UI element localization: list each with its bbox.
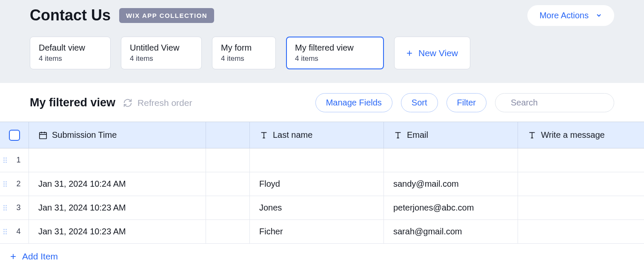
plus-icon: + [406,48,412,58]
cell-blank[interactable] [206,220,250,243]
more-actions-label: More Actions [539,11,589,20]
row-number: 2 [12,179,25,188]
data-table: Submission Time Last name Email Write a … [0,122,644,244]
search-input[interactable] [511,98,618,108]
tab-label: Default view [39,43,102,53]
cell-blank[interactable] [206,148,250,172]
more-actions-button[interactable]: More Actions [527,5,614,26]
sort-button[interactable]: Sort [401,93,438,112]
add-item-label: Add Item [22,251,58,262]
text-icon [393,131,403,140]
svg-rect-2 [40,132,47,139]
tab-my-form[interactable]: My form 4 items [212,37,276,69]
view-heading: My filtered view [30,96,115,109]
column-label: Submission Time [52,130,117,140]
calendar-icon [38,131,48,140]
refresh-icon [123,98,132,108]
drag-handle-icon [3,181,8,187]
tab-item-count: 4 items [221,54,267,63]
cell-last-name[interactable]: Ficher [250,220,384,243]
row-handle[interactable]: 2 [0,172,29,196]
filter-button[interactable]: Filter [447,93,487,112]
tab-item-count: 4 items [39,54,102,63]
text-icon [527,131,537,140]
row-handle[interactable]: 3 [0,196,29,219]
column-header-last-name[interactable]: Last name [250,122,384,148]
table-row[interactable]: 4 Jan 31, 2024 10:23 AM Ficher sarah@gma… [0,220,644,244]
select-all-checkbox[interactable] [9,130,20,141]
table-header-row: Submission Time Last name Email Write a … [0,122,644,148]
cell-message[interactable] [518,196,644,219]
cell-last-name[interactable]: Jones [250,196,384,219]
new-view-label: New View [418,48,458,58]
column-header-submission-time[interactable]: Submission Time [29,122,206,148]
cell-email[interactable]: sarah@gmail.com [384,220,518,243]
column-label: Last name [273,130,312,140]
plus-icon: + [10,251,16,262]
refresh-label: Refresh order [137,98,192,108]
collection-badge: WIX APP COLLECTION [119,8,214,23]
table-row[interactable]: 1 [0,148,644,172]
page-title: Contact Us [30,6,111,24]
cell-blank[interactable] [206,196,250,219]
tab-label: Untitled View [130,43,193,53]
cell-submission-time[interactable]: Jan 31, 2024 10:24 AM [29,172,206,196]
text-icon [259,131,269,140]
tab-my-filtered-view[interactable]: My filtered view 4 items [286,37,384,69]
column-header-message[interactable]: Write a message [518,122,644,148]
search-box[interactable] [495,93,614,112]
drag-handle-icon [3,205,8,211]
tab-untitled-view[interactable]: Untitled View 4 items [121,37,202,69]
column-label: Email [407,130,428,140]
view-tabs: Default view 4 items Untitled View 4 ite… [0,31,644,83]
drag-handle-icon [3,157,8,163]
chevron-down-icon [595,12,602,19]
cell-submission-time[interactable]: Jan 31, 2024 10:23 AM [29,220,206,243]
cell-last-name[interactable]: Floyd [250,172,384,196]
drag-handle-icon [3,229,8,234]
table-row[interactable]: 3 Jan 31, 2024 10:23 AM Jones peterjones… [0,196,644,220]
cell-message[interactable] [518,220,644,243]
cell-email[interactable]: sandy@mail.com [384,172,518,196]
tab-item-count: 4 items [295,54,375,63]
cell-last-name[interactable] [250,148,384,172]
cell-submission-time[interactable] [29,148,206,172]
cell-email[interactable]: peterjones@abc.com [384,196,518,219]
tab-default-view[interactable]: Default view 4 items [30,37,111,69]
cell-message[interactable] [518,148,644,172]
tab-label: My form [221,43,267,53]
column-header-blank[interactable] [206,122,250,148]
add-item-button[interactable]: + Add Item [0,244,644,262]
row-number: 4 [12,227,25,236]
cell-blank[interactable] [206,172,250,196]
manage-fields-button[interactable]: Manage Fields [315,93,392,112]
column-label: Write a message [541,130,605,140]
row-number: 1 [12,156,25,165]
cell-message[interactable] [518,172,644,196]
tab-item-count: 4 items [130,54,193,63]
row-number: 3 [12,203,25,212]
tab-label: My filtered view [295,43,375,53]
cell-submission-time[interactable]: Jan 31, 2024 10:23 AM [29,196,206,219]
cell-email[interactable] [384,148,518,172]
column-header-email[interactable]: Email [384,122,518,148]
refresh-order-button[interactable]: Refresh order [123,98,192,108]
new-view-button[interactable]: + New View [394,37,470,69]
row-handle[interactable]: 1 [0,148,29,172]
row-handle[interactable]: 4 [0,220,29,243]
table-row[interactable]: 2 Jan 31, 2024 10:24 AM Floyd sandy@mail… [0,172,644,196]
